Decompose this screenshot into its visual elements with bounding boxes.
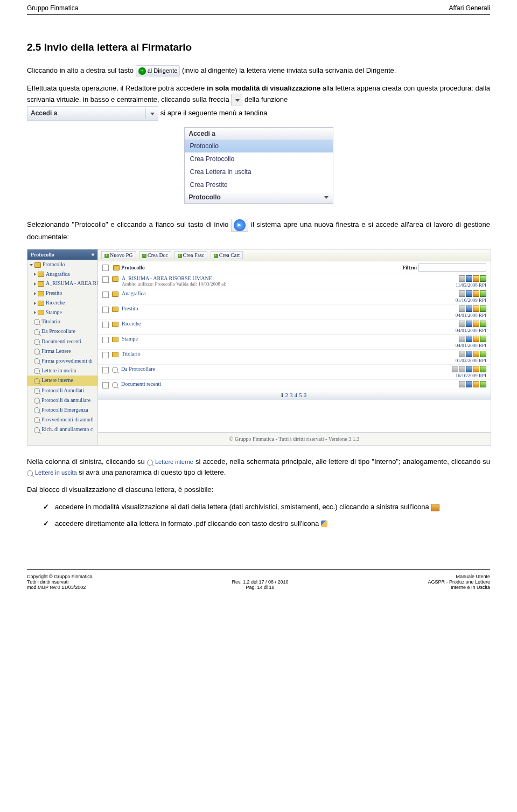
row-checkbox[interactable] — [102, 292, 109, 298]
status-icon — [473, 366, 479, 372]
menu-item-protocollo[interactable]: Protocollo — [185, 140, 333, 152]
accedi-a-dropdown[interactable]: Accedi a — [27, 106, 158, 121]
status-icon — [466, 366, 472, 372]
toolbar-crea-fasc[interactable]: Crea Fasc — [174, 251, 208, 259]
folder-icon — [113, 265, 120, 270]
row-text: Ricerche — [122, 321, 427, 327]
status-icon — [466, 336, 472, 342]
sidebar-folder[interactable]: Prestito — [27, 288, 97, 298]
dropdown-arrow-icon[interactable] — [231, 94, 242, 106]
folder-icon — [112, 322, 118, 327]
folder-icon — [112, 337, 118, 342]
status-icon — [459, 351, 465, 357]
filter-input[interactable] — [418, 263, 486, 272]
sidebar-item-lettere-interne[interactable]: Lettere interne — [27, 376, 97, 385]
status-icon — [466, 306, 472, 312]
sidebar-item[interactable]: Titolario — [27, 317, 97, 327]
status-icon — [473, 321, 479, 327]
table-row[interactable]: Ricerche04/01/2008 RPI — [98, 320, 491, 335]
row-text: Anagrafica — [122, 290, 427, 296]
lettere-in-uscita-link[interactable]: Lettere in uscita — [27, 468, 77, 477]
toolbar-nuovo-pg[interactable]: Nuovo PG — [101, 251, 136, 259]
app-toolbar: Nuovo PG Crea Doc Crea Fasc Crea Cart — [98, 249, 491, 261]
table-row[interactable]: Prestito04/01/2008 RPI — [98, 304, 491, 320]
toolbar-crea-cart[interactable]: Crea Cart — [211, 251, 243, 259]
menu-item-crea-prestito[interactable]: Crea Prestito — [185, 178, 333, 191]
status-icon — [473, 306, 479, 312]
sidebar-item[interactable]: Da Protocollare — [27, 327, 97, 336]
select-all-checkbox[interactable] — [102, 265, 109, 271]
row-meta: 01/02/2008 RPI — [427, 351, 486, 363]
menu-header: Accedi a — [185, 128, 333, 140]
sidebar-item[interactable]: Provvedimenti di annull — [27, 415, 97, 425]
status-icon — [459, 290, 465, 297]
status-icon — [473, 336, 479, 342]
lettere-interne-link[interactable]: Lettere interne — [147, 457, 193, 467]
sidebar-root[interactable]: Protocollo — [27, 260, 97, 269]
sidebar-item[interactable]: Firma Lettere — [27, 346, 97, 356]
row-checkbox[interactable] — [102, 322, 109, 328]
table-row[interactable]: Titolario01/02/2008 RPI — [98, 350, 491, 365]
app-sidebar: Protocollo▾ Protocollo Anagrafica A_RISU… — [27, 249, 98, 445]
table-row[interactable]: Anagrafica01/10/2009 RPI — [98, 289, 491, 304]
sidebar-item[interactable]: Firma provvedimenti di — [27, 356, 97, 366]
app-screenshot: Protocollo▾ Protocollo Anagrafica A_RISU… — [27, 249, 491, 446]
sidebar-folder[interactable]: Stampe — [27, 308, 97, 317]
page-5[interactable]: 5 — [299, 392, 304, 398]
footer-center: Rev. 1.2 del 17 / 08 / 2010 Pag. 14 di 1… — [232, 579, 289, 590]
row-checkbox[interactable] — [102, 367, 109, 373]
al-dirigente-button[interactable]: al Dirigente — [136, 65, 180, 77]
table-row[interactable]: Stampe04/01/2008 RPI — [98, 335, 491, 350]
bullet-2: accedere direttamente alla lettera in fo… — [43, 518, 490, 529]
folder-icon — [112, 352, 118, 357]
row-text: Stampe — [122, 336, 427, 342]
sidebar-folder[interactable]: Ricerche — [27, 298, 97, 308]
page-6[interactable]: 6 — [304, 392, 309, 398]
table-row[interactable]: A_RISUMA - AREA RISORSE UMANEAmbito util… — [98, 274, 491, 289]
status-icon — [459, 336, 465, 342]
page-3[interactable]: 3 — [290, 392, 295, 398]
toolbar-crea-doc[interactable]: Crea Doc — [139, 251, 171, 259]
sidebar-item[interactable]: Rich. di annullamento c — [27, 425, 97, 434]
status-icon — [480, 306, 486, 312]
sidebar-item[interactable]: Protocolli da annullare — [27, 395, 97, 405]
page-4[interactable]: 4 — [295, 392, 299, 398]
row-meta: 04/01/2008 RPI — [427, 336, 486, 348]
status-icon — [473, 275, 479, 282]
table-row[interactable]: Documenti recenti — [98, 380, 491, 390]
sidebar-folder[interactable]: Anagrafica — [27, 269, 97, 279]
status-icon — [466, 381, 472, 387]
row-checkbox[interactable] — [102, 382, 109, 388]
status-icon — [466, 290, 472, 297]
row-checkbox[interactable] — [102, 337, 109, 343]
go-button[interactable] — [231, 219, 248, 232]
sidebar-dropdown[interactable]: Protocollo▾ — [27, 249, 97, 260]
row-checkbox[interactable] — [102, 276, 109, 283]
menu-item-crea-protocollo[interactable]: Crea Protocollo — [185, 152, 333, 165]
folder-icon — [112, 307, 118, 312]
menu-footer[interactable]: Protocollo — [185, 191, 333, 203]
status-icon — [459, 275, 465, 282]
sidebar-folder[interactable]: A_RISUMA - AREA RISO — [27, 279, 97, 288]
row-checkbox[interactable] — [102, 307, 109, 313]
status-icon — [480, 351, 486, 357]
search-icon — [112, 367, 118, 373]
row-text: Prestito — [122, 306, 427, 311]
status-icon — [480, 381, 486, 387]
sidebar-item[interactable]: Protocolli Emergenza — [27, 405, 97, 415]
page-1[interactable]: 1 — [281, 392, 285, 398]
row-text: A_RISUMA - AREA RISORSE UMANEAmbito util… — [122, 275, 427, 287]
menu-item-crea-lettera[interactable]: Crea Lettera in uscita — [185, 165, 333, 178]
sidebar-item[interactable]: Protocolli Annullati — [27, 386, 97, 395]
accedi-a-menu: Accedi a Protocollo Crea Protocollo Crea… — [184, 127, 333, 204]
sidebar-item[interactable]: Documenti recenti — [27, 337, 97, 346]
status-icon — [473, 381, 479, 387]
sidebar-item[interactable]: Lettere in uscita — [27, 366, 97, 376]
page-2[interactable]: 2 — [285, 392, 290, 398]
status-icon — [459, 381, 465, 387]
table-row[interactable]: Da Protocollare16/10/2009 RPI — [98, 365, 491, 380]
paragraph-3: Selezionando "Protocollo" e cliccando a … — [27, 219, 490, 242]
footer-left: Copyright © Gruppo Finmatica Tutti i dir… — [27, 574, 93, 590]
row-checkbox[interactable] — [102, 352, 109, 358]
file-icon — [431, 504, 439, 511]
